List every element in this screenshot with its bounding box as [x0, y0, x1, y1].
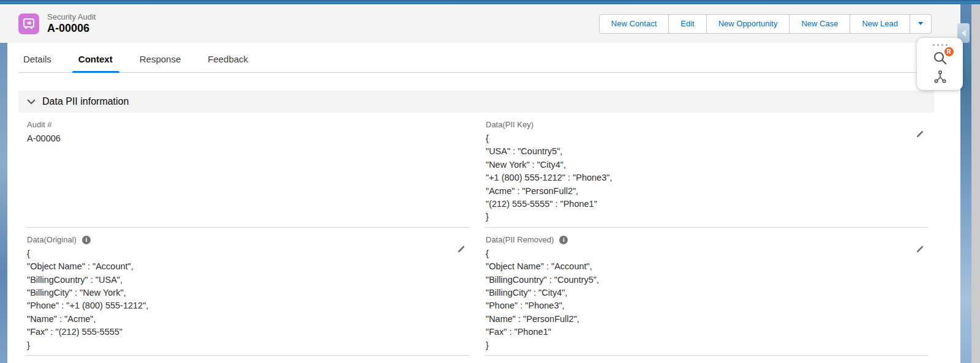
- new-lead-button[interactable]: New Lead: [850, 14, 910, 34]
- tab-details[interactable]: Details: [23, 54, 51, 72]
- info-icon[interactable]: i: [82, 236, 91, 244]
- record-action-buttons: New Contact Edit New Opportunity New Cas…: [599, 14, 932, 34]
- record-titles: Security Audit A-00006: [47, 12, 96, 35]
- field-audit-number: Audit # A-00006: [26, 113, 469, 228]
- edit-pencil-icon[interactable]: [457, 245, 466, 253]
- field-label-text: Data(PII Removed): [486, 234, 554, 245]
- edit-pencil-icon[interactable]: [916, 130, 924, 138]
- field-data-original: Data(Original) i { "Object Name" : "Acco…: [26, 228, 469, 356]
- section-title: Data PII information: [42, 96, 129, 107]
- browser-top-accent-bar: [0, 0, 980, 4]
- chevron-down-icon: [27, 99, 36, 105]
- hierarchy-icon: [933, 69, 948, 84]
- field-label: Data(Original) i: [27, 234, 468, 245]
- r-badge: R: [944, 47, 954, 56]
- section-header-data-pii[interactable]: Data PII information: [18, 91, 934, 113]
- vertical-scrollbar[interactable]: [971, 4, 980, 363]
- security-audit-safe-icon: [18, 13, 39, 34]
- field-label-text: Data(Original): [27, 234, 77, 245]
- field-value: { "USA" : "Country5", "New York" : "City…: [486, 132, 927, 224]
- new-case-button[interactable]: New Case: [790, 14, 850, 34]
- widget-hierarchy-button[interactable]: [933, 69, 948, 84]
- field-pii-removed: Data(PII Removed) i { "Object Name" : "A…: [484, 228, 928, 356]
- tab-feedback[interactable]: Feedback: [208, 54, 248, 72]
- record-identity: Security Audit A-00006: [18, 12, 96, 35]
- info-icon[interactable]: i: [559, 236, 568, 244]
- more-actions-button[interactable]: [910, 14, 932, 34]
- field-value: { "Object Name" : "Account", "BillingCou…: [486, 247, 927, 352]
- tab-response[interactable]: Response: [140, 54, 181, 72]
- widget-search-button[interactable]: R: [932, 50, 948, 66]
- record-header: Security Audit A-00006 New Contact Edit …: [0, 4, 960, 43]
- field-label: Data(PII Removed) i: [486, 234, 927, 245]
- new-contact-button[interactable]: New Contact: [599, 14, 669, 34]
- field-grid: Audit # A-00006 Data(PII Key) { "USA" : …: [18, 113, 934, 356]
- record-tabs: Details Context Response Feedback: [18, 43, 934, 73]
- tab-context[interactable]: Context: [78, 54, 113, 72]
- field-label: Audit #: [27, 119, 468, 130]
- field-label: Data(PII Key): [486, 119, 927, 130]
- entity-label: Security Audit: [47, 12, 96, 21]
- field-value: { "Object Name" : "Account", "BillingCou…: [27, 247, 468, 352]
- background-strip-left: [0, 43, 7, 363]
- record-detail-panel: Details Context Response Feedback Data P…: [7, 43, 960, 363]
- field-value: A-00006: [27, 132, 468, 145]
- edit-pencil-icon[interactable]: [916, 245, 924, 253]
- chevron-down-icon: [918, 22, 923, 25]
- widget-drag-handle-icon[interactable]: [933, 42, 948, 47]
- chevron-left-icon: [962, 29, 966, 37]
- record-name: A-00006: [47, 21, 96, 35]
- extension-widget: R: [917, 38, 963, 90]
- field-pii-key: Data(PII Key) { "USA" : "Country5", "New…: [484, 113, 928, 228]
- new-opportunity-button[interactable]: New Opportunity: [707, 14, 790, 34]
- edit-button[interactable]: Edit: [669, 14, 706, 34]
